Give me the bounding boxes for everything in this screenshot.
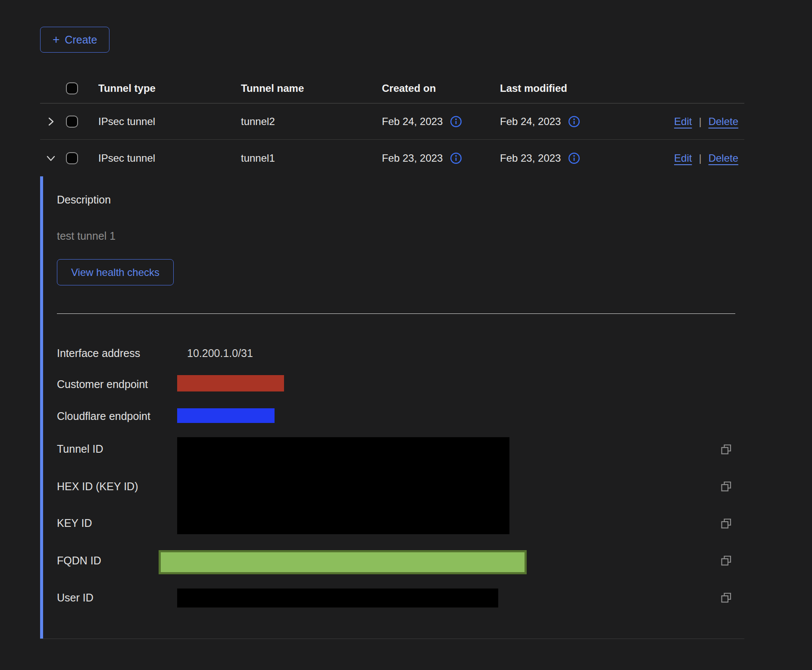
cloudflare-endpoint-label: Cloudflare endpoint [57, 410, 150, 423]
info-icon[interactable] [568, 152, 581, 165]
table-header-row: Tunnel type Tunnel name Created on Last … [40, 73, 744, 103]
panel-divider [57, 313, 735, 314]
table-row: IPsec tunnel tunnel2 Feb 24, 2023 Feb 24… [40, 103, 744, 140]
view-health-checks-button[interactable]: View health checks [57, 259, 174, 285]
copy-icon [720, 554, 733, 567]
copy-hex-id-button[interactable] [720, 480, 733, 493]
chevron-right-icon [45, 116, 56, 127]
tunnel-id-label: Tunnel ID [57, 443, 103, 455]
last-modified-cell: Feb 24, 2023 [500, 116, 561, 128]
copy-fqdn-id-button[interactable] [720, 554, 733, 567]
key-id-label: KEY ID [57, 517, 92, 529]
info-icon[interactable] [450, 152, 462, 165]
create-button[interactable]: + Create [40, 27, 109, 53]
copy-icon [720, 591, 733, 604]
tunnels-page: + Create Tunnel type Tunnel name Created… [0, 0, 812, 670]
interface-address-value: 10.200.1.0/31 [187, 347, 253, 360]
tunnel-type-cell: IPsec tunnel [93, 116, 235, 128]
copy-user-id-button[interactable] [720, 591, 733, 604]
created-on-cell: Feb 24, 2023 [382, 116, 443, 128]
description-label: Description [57, 194, 111, 206]
header-tunnel-type: Tunnel type [93, 82, 235, 94]
create-button-label: Create [65, 34, 97, 46]
interface-address-label: Interface address [57, 347, 140, 360]
delete-link[interactable]: Delete [709, 152, 738, 164]
select-all-checkbox[interactable] [66, 82, 78, 94]
action-separator: | [699, 152, 701, 164]
row-checkbox[interactable] [66, 116, 78, 128]
fqdn-id-redacted-value [159, 550, 527, 574]
fqdn-id-label: FQDN ID [57, 554, 101, 567]
tunnels-table: Tunnel type Tunnel name Created on Last … [40, 73, 744, 639]
copy-icon [720, 517, 733, 530]
cloudflare-endpoint-redacted-value [177, 408, 275, 423]
copy-icon [720, 480, 733, 493]
expand-row-button[interactable] [45, 116, 56, 127]
row-checkbox[interactable] [66, 152, 78, 164]
copy-tunnel-id-button[interactable] [720, 443, 733, 456]
edit-link[interactable]: Edit [674, 152, 692, 164]
last-modified-cell: Feb 23, 2023 [500, 152, 561, 164]
description-value: test tunnel 1 [57, 230, 116, 242]
plus-icon: + [53, 34, 59, 46]
header-created-on: Created on [376, 82, 494, 94]
tunnel-type-cell: IPsec tunnel [93, 152, 235, 164]
info-icon[interactable] [568, 115, 581, 128]
created-on-cell: Feb 23, 2023 [382, 152, 443, 164]
delete-link[interactable]: Delete [709, 116, 738, 128]
info-icon[interactable] [450, 115, 462, 128]
ids-redacted-value [177, 437, 509, 534]
expanded-tunnel-panel: Description test tunnel 1 View health ch… [40, 176, 744, 639]
customer-endpoint-redacted-value [177, 375, 284, 391]
panel-accent-bar [40, 176, 43, 639]
tunnel-name-cell: tunnel2 [235, 116, 376, 128]
user-id-label: User ID [57, 592, 94, 604]
collapse-row-button[interactable] [45, 153, 56, 164]
copy-icon [720, 443, 733, 456]
action-separator: | [699, 116, 701, 128]
header-tunnel-name: Tunnel name [235, 82, 376, 94]
hex-id-label: HEX ID (KEY ID) [57, 480, 138, 493]
customer-endpoint-label: Customer endpoint [57, 378, 148, 391]
copy-key-id-button[interactable] [720, 517, 733, 530]
chevron-down-icon [45, 153, 56, 164]
tunnel-name-cell: tunnel1 [235, 152, 376, 164]
edit-link[interactable]: Edit [674, 116, 692, 128]
table-row: IPsec tunnel tunnel1 Feb 23, 2023 Feb 23… [40, 140, 744, 176]
user-id-redacted-value [177, 589, 498, 607]
header-last-modified: Last modified [494, 82, 600, 94]
